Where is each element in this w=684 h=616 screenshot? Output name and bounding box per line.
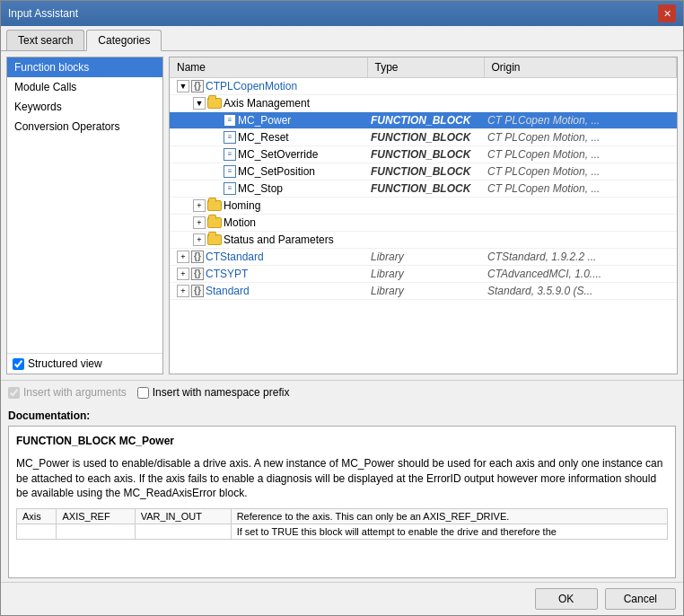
tab-bar: Text search Categories (1, 26, 683, 51)
tree-node-label: MC_Reset (238, 131, 289, 144)
doc-cell (135, 524, 231, 540)
table-row[interactable]: + {} CTStandard Library CTStandard, 1.9.… (170, 249, 677, 266)
category-list: Function blocks Module Calls Keywords Co… (7, 57, 162, 353)
table-header-row: Name Type Origin (170, 57, 677, 78)
block-icon: ≡ (224, 114, 236, 127)
doc-cell: Axis (17, 509, 57, 524)
documentation-box[interactable]: FUNCTION_BLOCK MC_Power MC_Power is used… (8, 426, 676, 578)
tab-text-search[interactable]: Text search (6, 30, 84, 50)
folder-icon (207, 217, 222, 228)
col-type-header: Type (367, 57, 484, 78)
table-row[interactable]: + {} CTSYPT Library CTAdvancedMCI, 1.0..… (170, 266, 677, 283)
lib-icon: {} (191, 251, 204, 263)
tab-categories[interactable]: Categories (86, 30, 162, 51)
tree-node-label: MC_SetOverride (238, 148, 318, 161)
documentation-section: Documentation: FUNCTION_BLOCK MC_Power M… (1, 404, 683, 582)
expand-button[interactable]: + (193, 199, 206, 212)
tree-cell-name: + {} CTSYPT (170, 266, 367, 283)
tree-node-label: Motion (224, 216, 256, 229)
tree-cell-origin: CT PLCopen Motion, ... (484, 180, 677, 198)
expand-button[interactable]: + (193, 216, 206, 229)
table-row[interactable]: ≡ MC_SetOverride FUNCTION_BLOCK CT PLCop… (170, 146, 677, 163)
main-content: Function blocks Module Calls Keywords Co… (1, 51, 683, 380)
table-row[interactable]: ≡ MC_Power FUNCTION_BLOCK CT PLCopen Mot… (170, 112, 677, 129)
tree-node-link[interactable]: Standard (206, 285, 250, 297)
structured-view-row: Structured view (7, 353, 162, 374)
doc-cell: AXIS_REF (57, 509, 135, 524)
lib-icon: {} (191, 285, 204, 297)
table-row[interactable]: + Motion (170, 215, 677, 232)
tree-cell-name: ≡ MC_Reset (170, 129, 367, 146)
expand-button[interactable]: + (193, 233, 206, 246)
tree-node-label: MC_Power (238, 114, 291, 127)
insert-with-args-label[interactable]: Insert with arguments (8, 386, 127, 399)
tree-cell-origin (484, 78, 677, 95)
tree-node-link[interactable]: CTPLCopenMotion (206, 80, 297, 92)
table-row[interactable]: ≡ MC_Stop FUNCTION_BLOCK CT PLCopen Moti… (170, 180, 677, 198)
col-origin-header: Origin (484, 57, 677, 78)
structured-view-checkbox-label[interactable]: Structured view (13, 357, 102, 370)
tree-cell-type (367, 78, 484, 95)
table-row[interactable]: + Status and Parameters (170, 232, 677, 249)
sidebar-item-keywords[interactable]: Keywords (7, 97, 162, 117)
tree-node-link[interactable]: CTStandard (206, 251, 264, 263)
tree-cell-name: + Homing (170, 198, 367, 215)
sidebar-item-module-calls[interactable]: Module Calls (7, 77, 162, 97)
tree-node-label: Homing (224, 199, 260, 212)
table-row[interactable]: ≡ MC_SetPosition FUNCTION_BLOCK CT PLCop… (170, 163, 677, 180)
dialog-title: Input Assistant (8, 7, 78, 20)
tree-cell-type: FUNCTION_BLOCK (367, 146, 484, 163)
expand-button[interactable]: + (177, 251, 189, 263)
insert-namespace-checkbox[interactable] (137, 387, 149, 399)
tree-cell-name: ▼ Axis Management (170, 95, 367, 112)
tree-cell-type: FUNCTION_BLOCK (367, 180, 484, 198)
table-row[interactable]: ▼ Axis Management (170, 95, 677, 112)
structured-view-checkbox[interactable] (13, 358, 24, 370)
table-row[interactable]: + Homing (170, 198, 677, 215)
cancel-button[interactable]: Cancel (605, 588, 676, 610)
doc-body: MC_Power is used to enable/disable a dri… (16, 456, 668, 501)
ok-button[interactable]: OK (535, 588, 598, 610)
insert-namespace-label[interactable]: Insert with namespace prefix (137, 386, 290, 399)
col-name-header: Name (170, 57, 367, 78)
title-bar: Input Assistant ✕ (1, 1, 683, 26)
tree-cell-name: + Motion (170, 215, 367, 232)
tree-cell-type: FUNCTION_BLOCK (367, 129, 484, 146)
tree-node-label: MC_SetPosition (238, 165, 315, 178)
expand-button[interactable]: ▼ (193, 97, 206, 110)
toolbar-row: Insert with arguments Insert with namesp… (1, 380, 683, 404)
insert-with-args-checkbox[interactable] (8, 387, 20, 399)
expand-button[interactable]: ▼ (177, 80, 189, 92)
tree-cell-type: Library (367, 266, 484, 283)
tree-cell-name: ≡ MC_SetPosition (170, 163, 367, 180)
tree-cell-name: + Status and Parameters (170, 232, 367, 249)
tree-cell-name: + {} CTStandard (170, 249, 367, 266)
doc-cell (57, 524, 135, 540)
tree-cell-type: Library (367, 283, 484, 300)
table-row[interactable]: + {} Standard Library Standard, 3.5.9.0 … (170, 283, 677, 300)
folder-icon (207, 98, 222, 109)
close-button[interactable]: ✕ (658, 4, 676, 22)
tree-cell-name: ▼ {} CTPLCopenMotion (170, 78, 367, 95)
folder-icon (207, 200, 222, 211)
sidebar-item-function-blocks[interactable]: Function blocks (7, 57, 162, 77)
expand-button[interactable]: + (177, 268, 189, 280)
doc-table: Axis AXIS_REF VAR_IN_OUT Reference to th… (16, 508, 668, 540)
block-icon: ≡ (224, 148, 236, 161)
doc-cell: If set to TRUE this block will attempt t… (231, 524, 667, 540)
tree-cell-origin: CTAdvancedMCI, 1.0.... (484, 266, 677, 283)
input-assistant-dialog: Input Assistant ✕ Text search Categories… (0, 0, 684, 616)
table-row[interactable]: ▼ {} CTPLCopenMotion (170, 78, 677, 95)
doc-cell: VAR_IN_OUT (135, 509, 231, 524)
block-icon: ≡ (224, 165, 236, 178)
table-row[interactable]: ≡ MC_Reset FUNCTION_BLOCK CT PLCopen Mot… (170, 129, 677, 146)
expand-button[interactable]: + (177, 285, 189, 297)
tree-node-link[interactable]: CTSYPT (206, 268, 248, 280)
tree-cell-name: ≡ MC_Stop (170, 180, 367, 198)
tree-cell-origin (484, 95, 677, 112)
lib-icon: {} (191, 80, 204, 92)
doc-cell: Reference to the axis. This can only be … (231, 509, 667, 524)
tree-cell-name: ≡ MC_SetOverride (170, 146, 367, 163)
sidebar-item-conversion-operators[interactable]: Conversion Operators (7, 117, 162, 136)
bottom-buttons: OK Cancel (1, 582, 683, 615)
